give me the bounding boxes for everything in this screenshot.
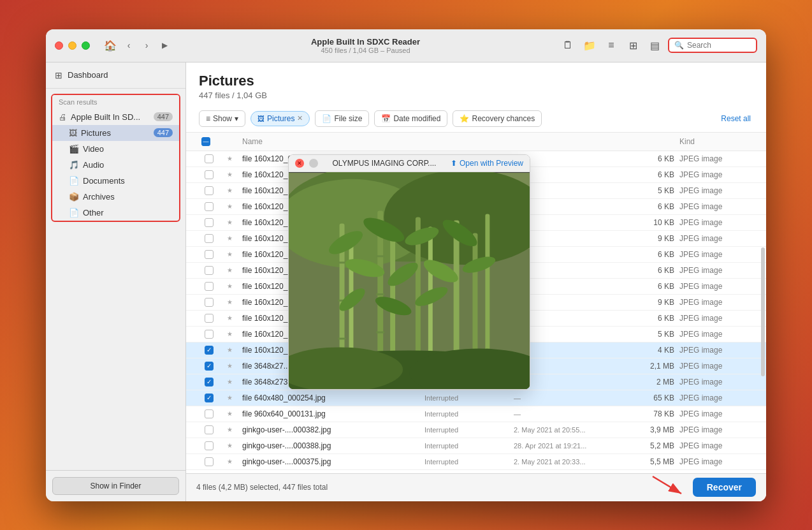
file-star-icon: ★: [227, 251, 233, 258]
show-filter-button[interactable]: ≡ Show ▾: [199, 110, 245, 127]
select-all-checkbox[interactable]: —: [201, 137, 210, 146]
sidebar-item-archives[interactable]: 📦 Archives: [52, 189, 179, 205]
forward-button[interactable]: ›: [140, 38, 154, 52]
sidebar-item-pictures[interactable]: 🖼 Pictures 447: [52, 125, 179, 141]
row-checkbox[interactable]: ✓: [205, 378, 214, 386]
datemodified-filter-button[interactable]: 📅 Date modified: [374, 110, 447, 127]
header-status-col: [422, 136, 511, 147]
star-cell: ★: [219, 457, 240, 466]
toolbar-actions: 🗒 📁 ≡ ⊞ ▤ 🔍: [560, 37, 757, 54]
date-cell: 28. Apr 2021 at 19:21...: [511, 441, 626, 451]
maximize-button[interactable]: [82, 41, 90, 50]
svg-rect-19: [376, 331, 384, 333]
row-checkbox[interactable]: [205, 314, 214, 323]
file-star-icon: ★: [227, 394, 233, 401]
file-icon-button[interactable]: 🗒: [560, 37, 576, 54]
row-checkbox[interactable]: [205, 266, 214, 275]
size-cell: 6 KB: [626, 265, 677, 276]
recover-button[interactable]: Recover: [693, 478, 756, 497]
star-cell: ★: [219, 281, 240, 291]
row-checkbox[interactable]: [205, 425, 214, 434]
filter-bar: ≡ Show ▾ 🖼 Pictures ✕ 📄 File size 📅 Date…: [186, 105, 766, 133]
sidebar-item-other[interactable]: 📄 Other: [52, 205, 179, 221]
star-cell: ★: [219, 425, 240, 434]
preview-close-button[interactable]: ✕: [295, 159, 304, 168]
pictures-chip-close[interactable]: ✕: [297, 114, 303, 122]
home-button[interactable]: 🏠: [103, 38, 118, 53]
pictures-filter-chip[interactable]: 🖼 Pictures ✕: [250, 111, 310, 126]
row-checkbox[interactable]: [205, 250, 214, 259]
sidebar-item-documents[interactable]: 📄 Documents: [52, 173, 179, 189]
size-cell: 2,1 MB: [626, 360, 677, 372]
layout-button[interactable]: ▤: [646, 37, 663, 54]
row-checkbox[interactable]: [205, 441, 214, 450]
preview-image-svg: [289, 172, 530, 389]
table-row[interactable]: ★ ginkgo-user-....000375.jpg Interrupted…: [186, 454, 766, 470]
sidebar-item-audio[interactable]: 🎵 Audio: [52, 157, 179, 173]
sidebar-item-video[interactable]: 🎬 Video: [52, 141, 179, 157]
open-with-preview-button[interactable]: ⬆ Open with Preview: [451, 159, 523, 168]
file-star-icon: ★: [227, 171, 233, 178]
open-with-label: Open with Preview: [460, 159, 523, 168]
table-row[interactable]: ★ file 960x640_000131.jpg Interrupted — …: [186, 406, 766, 422]
row-checkbox[interactable]: [205, 186, 214, 195]
folder-icon-button[interactable]: 📁: [581, 37, 598, 54]
play-button[interactable]: ▶: [157, 38, 171, 52]
content-header: Pictures 447 files / 1,04 GB: [186, 63, 766, 105]
search-box[interactable]: 🔍: [668, 38, 757, 53]
star-cell: ★: [219, 217, 240, 227]
row-checkbox[interactable]: ✓: [205, 346, 214, 355]
checkbox-cell: ✓: [199, 376, 219, 388]
recoverychances-filter-button[interactable]: ⭐ Recovery chances: [453, 110, 542, 127]
sidebar-footer: Show in Finder: [46, 470, 185, 501]
dashboard-label: Dashboard: [68, 70, 108, 80]
show-in-finder-button[interactable]: Show in Finder: [52, 477, 179, 495]
search-input[interactable]: [687, 41, 751, 50]
row-checkbox[interactable]: [205, 282, 214, 291]
window-title: Apple Built In SDXC Reader: [311, 37, 420, 47]
row-checkbox[interactable]: [205, 218, 214, 227]
row-checkbox[interactable]: [205, 170, 214, 179]
reset-all-button[interactable]: Reset all: [718, 112, 753, 126]
minimize-button[interactable]: [68, 41, 76, 50]
row-checkbox[interactable]: ✓: [205, 362, 214, 371]
calendar-icon: 📅: [381, 114, 391, 123]
size-cell: 10 KB: [626, 217, 677, 228]
kind-cell: JPEG image: [677, 360, 753, 372]
row-checkbox[interactable]: [205, 330, 214, 339]
row-checkbox[interactable]: [205, 202, 214, 211]
star-cell: ★: [219, 329, 240, 339]
row-checkbox[interactable]: [205, 298, 214, 307]
table-row[interactable]: ✓ ★ file 640x480_000254.jpg Interrupted …: [186, 390, 766, 406]
table-row[interactable]: ★ ginkgo-user-....000388.jpg Interrupted…: [186, 438, 766, 454]
checkbox-cell: [199, 185, 219, 196]
close-button[interactable]: [55, 41, 63, 50]
row-checkbox[interactable]: [205, 234, 214, 243]
kind-cell: JPEG image: [677, 424, 753, 436]
kind-cell: JPEG image: [677, 249, 753, 260]
other-label: Other: [83, 208, 173, 217]
row-checkbox[interactable]: [205, 457, 214, 466]
scrollbar-thumb[interactable]: [761, 247, 765, 376]
grid-view-button[interactable]: ⊞: [625, 37, 641, 54]
scrollbar-track[interactable]: [761, 151, 765, 473]
scan-results-section: Scan results 🖨 Apple Built In SD... 447 …: [51, 94, 180, 222]
documents-icon: 📄: [69, 176, 79, 186]
file-star-icon: ★: [227, 283, 233, 290]
file-list-header: — Name Kind: [186, 133, 766, 151]
star-cell: ★: [219, 186, 240, 195]
sidebar-item-device[interactable]: 🖨 Apple Built In SD... 447: [52, 109, 179, 125]
row-checkbox[interactable]: [205, 409, 214, 418]
row-checkbox[interactable]: [205, 154, 214, 163]
star-cell: ★: [219, 297, 240, 307]
row-checkbox[interactable]: ✓: [205, 394, 214, 402]
sidebar-item-dashboard[interactable]: ⊞ Dashboard: [46, 63, 185, 89]
kind-cell: JPEG image: [677, 456, 753, 467]
filesize-filter-button[interactable]: 📄 File size: [315, 110, 369, 127]
back-button[interactable]: ‹: [122, 38, 136, 52]
svg-line-35: [653, 476, 681, 494]
list-view-button[interactable]: ≡: [603, 37, 620, 54]
preview-minimize-button[interactable]: [309, 159, 318, 168]
table-row[interactable]: ★ ginkgo-user-....000382.jpg Interrupted…: [186, 422, 766, 438]
star-cell: ★: [219, 441, 240, 450]
